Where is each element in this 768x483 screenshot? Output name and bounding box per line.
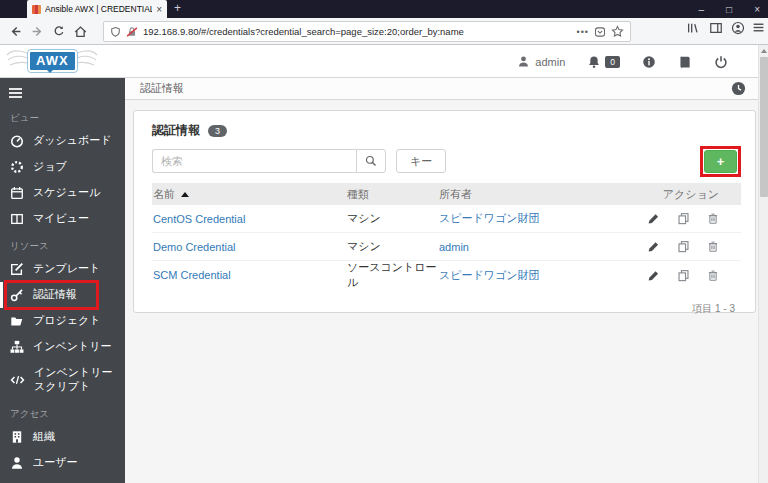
- credential-owner-link[interactable]: admin: [439, 241, 469, 253]
- sidebar-item[interactable]: マイビュー: [0, 206, 125, 232]
- bell-icon: [587, 55, 601, 69]
- search-button[interactable]: [356, 149, 386, 173]
- sidebar-toggle-icon[interactable]: [709, 21, 723, 35]
- sidebar-item[interactable]: ジョブ: [0, 154, 125, 180]
- delete-trash-icon[interactable]: [707, 269, 719, 282]
- credential-owner-link[interactable]: スピードワゴン財団: [439, 269, 540, 281]
- credential-owner-link[interactable]: スピードワゴン財団: [439, 212, 540, 224]
- table-row: Demo Credentialマシンadmin: [152, 233, 741, 261]
- menu-hamburger-icon[interactable]: [752, 21, 765, 34]
- about-info-button[interactable]: [642, 55, 656, 69]
- sidebar-item[interactable]: スケジュール: [0, 180, 125, 206]
- search-icon: [365, 155, 377, 167]
- credential-name-link[interactable]: CentOS Credential: [153, 213, 245, 225]
- tab-close-icon[interactable]: ×: [156, 4, 162, 15]
- scrollbar-thumb[interactable]: [760, 57, 768, 197]
- sidebar-section-label: アクセス: [0, 400, 125, 424]
- breadcrumb-bar: 認証情報: [125, 78, 758, 100]
- sidebar-section-label: ビュー: [0, 104, 125, 128]
- credential-name-link[interactable]: Demo Credential: [153, 241, 236, 253]
- building-icon: [10, 430, 24, 444]
- browser-tab[interactable]: Ansible AWX | CREDENTIALS ×: [27, 0, 167, 18]
- breadcrumb[interactable]: 認証情報: [140, 81, 184, 96]
- url-text[interactable]: 192.168.9.80/#/credentials?credential_se…: [143, 26, 572, 37]
- tab-title: Ansible AWX | CREDENTIALS: [45, 4, 152, 14]
- page-actions-icon[interactable]: •••: [577, 27, 589, 37]
- tachometer-icon: [10, 134, 24, 148]
- sidebar-item[interactable]: 認証情報: [0, 282, 125, 308]
- home-button[interactable]: [74, 25, 87, 38]
- logout-power-button[interactable]: [714, 55, 728, 69]
- column-header-type[interactable]: 種類: [347, 187, 439, 202]
- folder-icon: [10, 314, 24, 328]
- current-user[interactable]: admin: [517, 55, 565, 68]
- awx-logo[interactable]: AWX: [6, 47, 98, 77]
- library-icon[interactable]: [686, 21, 700, 35]
- delete-trash-icon[interactable]: [707, 212, 719, 225]
- window-minimize-button[interactable]: –: [699, 4, 705, 15]
- new-tab-button[interactable]: +: [174, 1, 181, 15]
- credential-name-link[interactable]: SCM Credential: [153, 269, 231, 281]
- search-input[interactable]: [152, 149, 356, 173]
- copy-icon[interactable]: [677, 212, 690, 225]
- scrollbar-up-arrow[interactable]: [761, 49, 767, 53]
- bookmark-star-icon[interactable]: [611, 25, 624, 38]
- user-icon: [517, 55, 530, 68]
- sidebar-item[interactable]: 組織: [0, 424, 125, 450]
- sidebar-item[interactable]: チーム: [0, 476, 125, 483]
- awx-favicon-icon: [32, 5, 41, 14]
- page-title: 認証情報: [152, 122, 200, 139]
- delete-trash-icon[interactable]: [707, 240, 719, 253]
- main-content: 認証情報 3 キー + 名前 種類: [125, 100, 758, 483]
- pocket-icon[interactable]: [594, 26, 606, 38]
- column-header-name[interactable]: 名前: [152, 187, 347, 202]
- add-credential-button[interactable]: +: [704, 150, 737, 173]
- table-row: CentOS Credentialマシンスピードワゴン財団: [152, 205, 741, 233]
- sidebar-item-label: プロジェクト: [33, 314, 101, 328]
- add-annotation-box: +: [700, 146, 741, 177]
- sidebar-item-label: インベントリー: [33, 340, 112, 354]
- url-bar[interactable]: 192.168.9.80/#/credentials?credential_se…: [103, 21, 631, 42]
- calendar-icon: [10, 186, 24, 200]
- sidebar-item[interactable]: インベントリースクリプト: [0, 360, 125, 400]
- spinner-icon: [10, 160, 24, 174]
- reload-button[interactable]: [53, 25, 65, 37]
- copy-icon[interactable]: [677, 240, 690, 253]
- sidebar-item-label: ユーザー: [33, 456, 78, 470]
- sidebar-item[interactable]: ユーザー: [0, 450, 125, 476]
- insecure-lock-icon[interactable]: [126, 26, 138, 38]
- browser-titlebar: Ansible AWX | CREDENTIALS × + – □ ×: [0, 0, 768, 18]
- activity-stream-icon[interactable]: [731, 81, 746, 96]
- edit-pencil-icon[interactable]: [647, 269, 660, 282]
- notifications-button[interactable]: 0: [587, 55, 620, 69]
- items-range-label: 項目 1 - 3: [152, 289, 741, 316]
- awx-logo-text: AWX: [28, 50, 77, 72]
- edit-pencil-icon[interactable]: [647, 240, 660, 253]
- sidebar-item[interactable]: プロジェクト: [0, 308, 125, 334]
- window-close-button[interactable]: ×: [754, 4, 760, 15]
- credentials-card: 認証情報 3 キー + 名前 種類: [133, 110, 756, 313]
- sidebar-item-label: マイビュー: [33, 212, 89, 226]
- back-button[interactable]: [9, 25, 22, 38]
- copy-icon[interactable]: [677, 269, 690, 282]
- window-maximize-button[interactable]: □: [726, 4, 732, 15]
- tracking-shield-icon[interactable]: [110, 26, 121, 38]
- sidebar-item-label: 組織: [33, 430, 55, 444]
- page-scrollbar[interactable]: [758, 45, 768, 483]
- credential-type-cell: ソースコントロール: [347, 260, 439, 290]
- sidebar-item-label: ジョブ: [33, 160, 67, 174]
- sidebar-item[interactable]: ダッシュボード: [0, 128, 125, 154]
- forward-button[interactable]: [31, 25, 44, 38]
- docs-book-button[interactable]: [678, 55, 692, 69]
- sidebar-item[interactable]: インベントリー: [0, 334, 125, 360]
- key-icon: [10, 288, 24, 302]
- key-filter-button[interactable]: キー: [396, 149, 446, 173]
- table-header-row: 名前 種類 所有者 アクション: [152, 183, 741, 205]
- username-label: admin: [535, 56, 565, 68]
- column-header-owner[interactable]: 所有者: [439, 187, 631, 202]
- sidebar-item[interactable]: テンプレート: [0, 256, 125, 282]
- account-icon[interactable]: [731, 21, 745, 35]
- edit-pencil-icon[interactable]: [647, 212, 660, 225]
- sidebar-collapse-button[interactable]: [0, 78, 125, 104]
- sort-ascending-icon: [181, 192, 189, 197]
